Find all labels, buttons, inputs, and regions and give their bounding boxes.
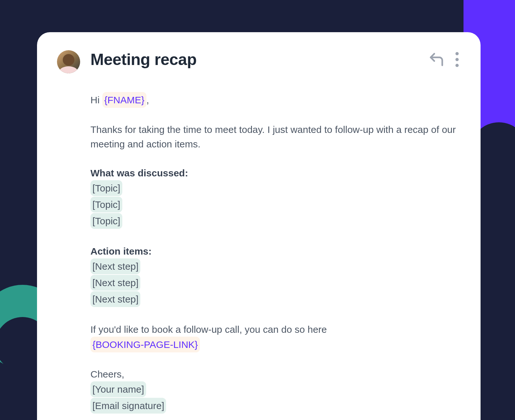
fname-merge-tag[interactable]: {FNAME} [102,92,146,108]
email-signature-placeholder[interactable]: [Email signature] [90,398,166,414]
email-content: Meeting recap [90,50,459,414]
your-name-placeholder[interactable]: [Your name] [90,381,146,397]
action-items-heading: Action items: [90,244,459,258]
discussed-list: [Topic] [Topic] [Topic] [90,180,459,229]
svg-point-1 [455,58,459,61]
email-body: Hi {FNAME}, Thanks for taking the time t… [90,92,459,414]
next-step-placeholder[interactable]: [Next step] [90,275,140,291]
reply-button[interactable] [428,51,445,68]
greeting-line: Hi {FNAME}, [90,92,459,108]
followup-text: If you'd like to book a follow-up call, … [90,324,327,335]
reply-icon [428,51,445,68]
email-header: Meeting recap [90,50,459,69]
signoff: Cheers, [90,367,459,381]
svg-point-0 [455,52,459,55]
email-subject: Meeting recap [90,50,197,69]
topic-placeholder[interactable]: [Topic] [90,213,122,229]
action-items-list: [Next step] [Next step] [Next step] [90,258,459,308]
signature-block: [Your name] [Email signature] [90,381,459,414]
sender-avatar [57,50,80,73]
greeting-prefix: Hi [90,95,102,105]
svg-point-2 [455,64,459,67]
discussed-heading: What was discussed: [90,166,459,180]
greeting-suffix: , [146,95,149,105]
topic-placeholder[interactable]: [Topic] [90,180,122,196]
followup-paragraph: If you'd like to book a follow-up call, … [90,322,459,352]
next-step-placeholder[interactable]: [Next step] [90,258,140,274]
header-actions [428,51,459,68]
booking-link-merge-tag[interactable]: {BOOKING-PAGE-LINK} [90,337,200,352]
topic-placeholder[interactable]: [Topic] [90,197,122,212]
more-vertical-icon [455,52,459,67]
email-template-card: Meeting recap [37,32,481,420]
intro-paragraph: Thanks for taking the time to meet today… [90,122,459,151]
next-step-placeholder[interactable]: [Next step] [90,291,140,307]
more-options-button[interactable] [455,52,459,67]
